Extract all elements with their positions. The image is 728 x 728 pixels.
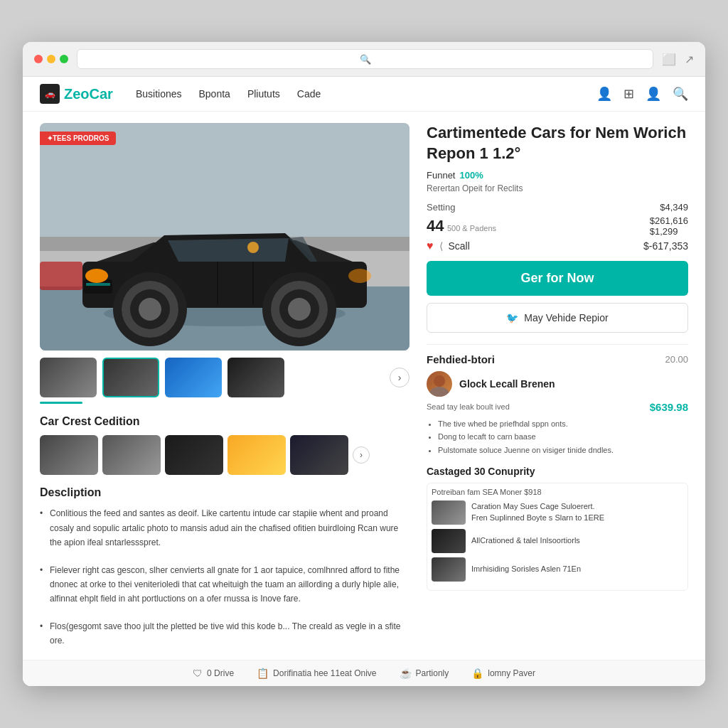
save-row: ♥ ⟨ Scall $-617,353 [427, 240, 688, 252]
funnel-pct: 100% [459, 170, 483, 181]
logo-icon: 🚗 [40, 84, 60, 104]
vehicle-report-label: May Vehide Repior [524, 312, 608, 323]
traffic-lights [34, 55, 68, 63]
thumbnail-1[interactable] [40, 358, 97, 397]
funnel-label: Funnet [427, 170, 455, 181]
related-card: Potreiban fam SEA Moner $918 Caration Ma… [427, 483, 688, 591]
dorif-label: Dorifinatia hee 11eat Onive [273, 668, 376, 678]
logo-text: ZeoCar [64, 86, 113, 102]
partionly-icon: ☕ [400, 668, 412, 679]
bottom-item-lomny[interactable]: 🔒 lomny Paver [471, 668, 535, 679]
partionly-label: Partionly [416, 668, 449, 678]
dorif-icon: 📋 [257, 668, 269, 679]
nav-link-pliututs[interactable]: Pliututs [247, 88, 280, 100]
thumbnail-2[interactable] [102, 358, 159, 397]
save-label: Scall [449, 240, 470, 252]
condition-thumb-3[interactable] [165, 435, 223, 475]
related-img-1 [432, 500, 466, 525]
dealer-title: Fehdied-btori [427, 353, 495, 365]
setting-price-row: Setting $4,349 [427, 202, 688, 213]
address-bar[interactable]: 🔍 [77, 49, 653, 69]
navbar: 🚗 ZeoCar Busitiones Bponta Pliututs Cade… [23, 77, 705, 112]
share-browser-icon[interactable]: ⬜ [662, 53, 676, 66]
right-column: Cartimentede Cars for Nem Worich Repon 1… [427, 123, 688, 648]
browser-actions: ⬜ ↗ [662, 53, 694, 66]
count-price-row: 44 500 & Padens $261,616 $1,299 [427, 215, 688, 237]
minimize-button[interactable] [47, 55, 55, 63]
compare-icon[interactable]: ⊞ [623, 86, 634, 102]
condition-thumb-4[interactable] [228, 435, 286, 475]
related-item-1: Caration May Sues Cage Suloerert. Fren S… [432, 500, 683, 525]
related-text-1: Caration May Sues Cage Suloerert. Fren S… [471, 501, 604, 523]
related-section: Castaged 30 Conuprity Potreiban fam SEA … [427, 466, 688, 591]
twitter-icon: 🐦 [506, 312, 518, 323]
extra-value: $1,299 [650, 226, 688, 237]
profile-icon[interactable]: 👤 [596, 86, 612, 102]
drive-label: 0 Drive [207, 668, 234, 678]
condition-thumb-2[interactable] [102, 435, 161, 475]
svg-marker-8 [168, 238, 289, 262]
nav-link-bponta[interactable]: Bponta [199, 88, 230, 100]
dealer-bullets: The tive whed be priefhdal sppn onts. Do… [427, 417, 688, 457]
count-section: 44 500 & Padens [427, 217, 496, 235]
svg-point-26 [434, 375, 445, 387]
get-now-button[interactable]: Ger for Now [427, 261, 688, 296]
count-values: $261,616 $1,299 [650, 215, 688, 237]
svg-rect-25 [40, 262, 82, 290]
nav-icons: 👤 ⊞ 👤 🔍 [596, 86, 688, 102]
svg-rect-19 [86, 283, 110, 286]
total-price: $-617,353 [643, 240, 688, 252]
related-title: Castaged 30 Conuprity [427, 466, 688, 477]
description-title: Descliption [40, 486, 410, 499]
pricing-section: Setting $4,349 44 500 & Padens $261,616 … [427, 202, 688, 252]
bottom-item-dorif[interactable]: 📋 Dorifinatia hee 11eat Onive [257, 668, 376, 679]
car-brand-icon: 🚗 [45, 89, 55, 99]
desc-bullet-2: Fielever right cas gescon, slher cenvier… [40, 563, 410, 606]
lomny-label: lomny Paver [488, 668, 535, 678]
nav-link-cade[interactable]: Cade [297, 88, 321, 100]
search-icon: 🔍 [360, 54, 371, 65]
condition-thumb-5[interactable] [290, 435, 348, 475]
dealer-section: Fehdied-btori 20.00 Glock Lecall Brenen [427, 353, 688, 457]
share-icon[interactable]: ⟨ [439, 240, 443, 252]
condition-thumb-1[interactable] [40, 435, 98, 475]
condition-next-button[interactable]: › [353, 446, 370, 464]
nav-link-busitiones[interactable]: Busitiones [136, 88, 182, 100]
thumbnails-next-button[interactable]: › [390, 368, 410, 387]
bottom-item-partionly[interactable]: ☕ Partionly [400, 668, 449, 679]
close-button[interactable] [34, 55, 43, 63]
dealer-profile: Glock Lecall Brenen [427, 371, 688, 397]
related-header: Potreiban fam SEA Moner $918 [432, 488, 683, 496]
page: 🚗 ZeoCar Busitiones Bponta Pliututs Cade… [23, 77, 705, 685]
thumbnail-4[interactable] [228, 358, 284, 397]
bottom-item-drive[interactable]: 🛡 0 Drive [193, 668, 234, 679]
indicator-bar [40, 402, 82, 404]
dealer-icon[interactable]: 👤 [646, 86, 661, 102]
dealer-name: Glock Lecall Brenen [459, 378, 555, 390]
related-text-3: Imrhisiding Sorisles Aslen 71En [471, 564, 581, 574]
search-nav-icon[interactable]: 🔍 [673, 86, 688, 102]
desc-bullet-1: Conlitious the feed and santes as deoif.… [40, 506, 410, 550]
browser-chrome: 🔍 ⬜ ↗ [23, 42, 705, 77]
thumbnail-indicator [40, 402, 410, 404]
logo[interactable]: 🚗 ZeoCar [40, 84, 113, 104]
condition-title: Car Crest Cedition [40, 415, 410, 428]
promo-badge: ✦TEES PRODROS [40, 132, 116, 145]
thumbnail-3[interactable] [165, 358, 222, 397]
car-illustration [40, 123, 410, 350]
maximize-button[interactable] [60, 55, 68, 63]
condition-thumbnails: › [40, 435, 410, 475]
dealer-number: 20.00 [665, 354, 688, 365]
svg-point-27 [429, 387, 449, 397]
car-title: Cartimentede Cars for Nem Worich Repon 1… [427, 123, 688, 164]
lomny-icon: 🔒 [471, 668, 483, 679]
vehicle-report-button[interactable]: 🐦 May Vehide Repior [427, 303, 688, 333]
svg-point-21 [348, 269, 371, 283]
heart-icon[interactable]: ♥ [427, 240, 434, 252]
left-column: ✦TEES PRODROS [40, 123, 410, 648]
browser-window: 🔍 ⬜ ↗ 🚗 ZeoCar Busitiones Bponta Pliutut… [23, 42, 705, 685]
funnel-row: Funnet 100% [427, 170, 688, 181]
thumbnails-row: › [40, 358, 410, 397]
bookmark-icon[interactable]: ↗ [685, 53, 694, 66]
dealer-desc: Sead tay leak boult ived [427, 402, 510, 411]
